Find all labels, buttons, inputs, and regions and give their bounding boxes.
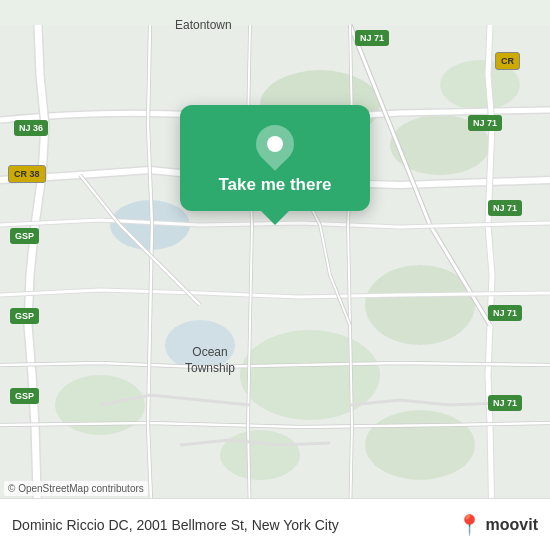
svg-point-9: [220, 430, 300, 480]
take-me-there-button[interactable]: Take me there: [218, 175, 331, 195]
route-badge-nj71-1: NJ 71: [468, 115, 502, 131]
map-container: Eatontown OceanTownship NJ 36 NJ 71 NJ 7…: [0, 0, 550, 550]
osm-attribution: © OpenStreetMap contributors: [4, 481, 148, 496]
svg-point-4: [240, 330, 380, 420]
route-badge-gsp-1: GSP: [10, 228, 39, 244]
map-popup[interactable]: Take me there: [180, 105, 370, 225]
route-badge-cr: CR: [495, 52, 520, 70]
info-bar: Dominic Riccio DC, 2001 Bellmore St, New…: [0, 498, 550, 550]
address-text: Dominic Riccio DC, 2001 Bellmore St, New…: [12, 517, 457, 533]
route-badge-nj36: NJ 36: [14, 120, 48, 136]
moovit-brand-text: moovit: [486, 516, 538, 534]
popup-arrow: [261, 211, 289, 225]
route-badge-nj71-top: NJ 71: [355, 30, 389, 46]
svg-point-7: [365, 410, 475, 480]
popup-card[interactable]: Take me there: [180, 105, 370, 211]
route-badge-cr38: CR 38: [8, 165, 46, 183]
moovit-pin-icon: 📍: [457, 513, 482, 537]
route-badge-gsp-3: GSP: [10, 388, 39, 404]
map-svg: [0, 0, 550, 550]
town-label-ocean-township: OceanTownship: [185, 345, 235, 376]
route-badge-gsp-2: GSP: [10, 308, 39, 324]
location-pin-icon: [254, 123, 296, 165]
route-badge-nj71-3: NJ 71: [488, 305, 522, 321]
town-label-eatontown: Eatontown: [175, 18, 232, 32]
route-badge-nj71-4: NJ 71: [488, 395, 522, 411]
route-badge-nj71-2: NJ 71: [488, 200, 522, 216]
moovit-logo: 📍 moovit: [457, 513, 538, 537]
